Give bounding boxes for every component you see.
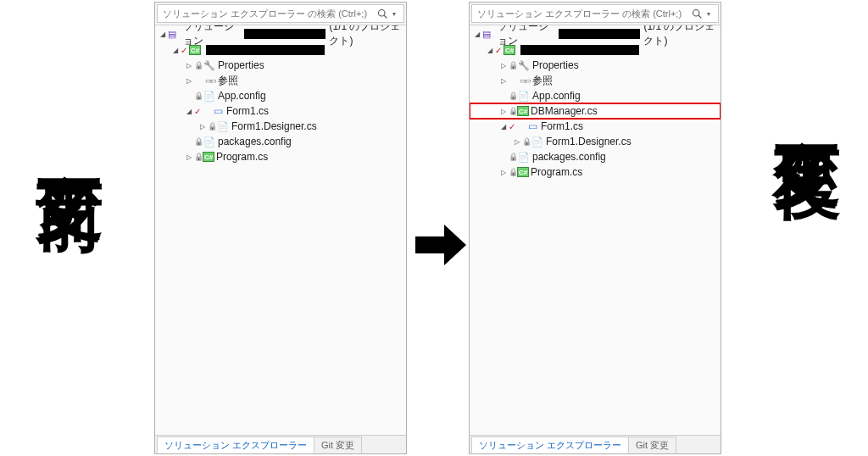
lock-icon bbox=[194, 61, 203, 70]
expander-icon[interactable] bbox=[498, 107, 509, 115]
search-icon[interactable] bbox=[691, 8, 703, 19]
tree-item[interactable]: packages.config bbox=[470, 149, 721, 164]
tree-item-label: Form1.Designer.cs bbox=[231, 120, 317, 132]
form-icon bbox=[526, 120, 539, 133]
expander-icon[interactable] bbox=[170, 46, 181, 54]
lock-icon bbox=[509, 61, 517, 70]
lock-icon bbox=[194, 92, 203, 100]
tree-item-label: Form1.cs bbox=[226, 105, 269, 117]
svg-point-1 bbox=[379, 10, 386, 17]
expander-icon[interactable] bbox=[498, 76, 509, 85]
expander-icon[interactable] bbox=[184, 61, 194, 70]
arrow-icon bbox=[415, 225, 466, 265]
tree-item-label: Properties bbox=[532, 59, 579, 71]
tree-item-label: Form1.cs bbox=[541, 120, 583, 132]
panel-tabs: ソリューション エクスプローラー Git 変更 bbox=[470, 435, 721, 453]
project-count: (1/1 のプロジェクト) bbox=[329, 25, 406, 48]
redacted-project-name bbox=[206, 45, 325, 55]
refs-icon bbox=[517, 74, 531, 87]
expander-icon[interactable] bbox=[184, 76, 194, 85]
svg-point-3 bbox=[693, 10, 700, 17]
solution-explorer-panel-after: ▾ ソリューション (1/1 のプロジェクト) Properties参照App.… bbox=[469, 2, 721, 454]
props-icon bbox=[517, 58, 531, 72]
tree-item[interactable]: Form1.cs bbox=[155, 103, 406, 119]
expander-icon[interactable] bbox=[184, 153, 194, 161]
tree-item[interactable]: Properties bbox=[155, 58, 406, 73]
search-input[interactable] bbox=[476, 8, 691, 19]
tree-item-label: Program.cs bbox=[216, 151, 268, 163]
tree-item[interactable]: Program.cs bbox=[155, 149, 406, 164]
tab-git-changes[interactable]: Git 変更 bbox=[628, 437, 676, 453]
tree-item[interactable]: Form1.Designer.cs bbox=[155, 119, 406, 134]
check-icon bbox=[495, 46, 504, 55]
tab-solution-explorer[interactable]: ソリューション エクスプローラー bbox=[471, 437, 629, 453]
lock-icon bbox=[522, 137, 531, 146]
tree-item-label: packages.config bbox=[218, 136, 292, 147]
config-icon bbox=[517, 150, 531, 164]
props-icon bbox=[203, 58, 216, 72]
search-input[interactable] bbox=[161, 8, 376, 19]
cs-icon bbox=[517, 106, 529, 116]
tab-git-changes[interactable]: Git 変更 bbox=[314, 437, 362, 453]
tree-item-label: App.config bbox=[218, 90, 266, 102]
refs-icon bbox=[203, 74, 216, 87]
expander-icon[interactable] bbox=[498, 61, 509, 70]
config-icon bbox=[517, 89, 531, 103]
solution-icon bbox=[481, 27, 492, 41]
expander-icon[interactable] bbox=[498, 122, 509, 131]
expander-icon[interactable] bbox=[198, 122, 208, 131]
tree-item-label: Form1.Designer.cs bbox=[546, 136, 632, 147]
panel-tabs: ソリューション エクスプローラー Git 変更 bbox=[155, 435, 406, 453]
cs-icon bbox=[203, 152, 214, 162]
doc-icon bbox=[531, 135, 544, 148]
project-count: (1/1 のプロジェクト) bbox=[643, 25, 721, 48]
tree-item[interactable]: App.config bbox=[470, 88, 721, 103]
tree-area: ソリューション (1/1 のプロジェクト) Properties参照App.co… bbox=[155, 25, 406, 435]
expander-icon[interactable] bbox=[473, 30, 481, 38]
search-row: ▾ bbox=[471, 4, 719, 23]
search-row: ▾ bbox=[157, 4, 404, 23]
check-icon bbox=[194, 107, 203, 116]
redacted-solution-name bbox=[559, 29, 641, 39]
chevron-down-icon[interactable]: ▾ bbox=[703, 8, 715, 19]
svg-marker-0 bbox=[415, 225, 466, 265]
tree-item[interactable]: Form1.cs bbox=[470, 119, 721, 134]
tree-item-label: Properties bbox=[218, 59, 264, 71]
solution-explorer-panel-before: ▾ ソリューション (1/1 のプロジェクト) Properties参照App.… bbox=[154, 2, 407, 454]
expander-icon[interactable] bbox=[159, 30, 167, 38]
tree-item[interactable]: App.config bbox=[155, 88, 406, 103]
tree-item[interactable]: 参照 bbox=[155, 73, 406, 88]
expander-icon[interactable] bbox=[184, 107, 194, 115]
lock-icon bbox=[194, 137, 203, 146]
tree-item-label: 参照 bbox=[218, 74, 238, 88]
config-icon bbox=[203, 135, 216, 148]
svg-line-4 bbox=[698, 15, 701, 18]
chevron-down-icon[interactable]: ▾ bbox=[388, 8, 400, 19]
tree-item[interactable]: Form1.Designer.cs bbox=[470, 134, 721, 149]
solution-icon bbox=[167, 27, 178, 41]
expander-icon[interactable] bbox=[512, 137, 522, 146]
csharp-project-icon bbox=[504, 45, 515, 55]
tree-item[interactable]: Program.cs bbox=[470, 164, 721, 180]
check-icon bbox=[509, 122, 517, 131]
cs-icon bbox=[517, 167, 529, 177]
solution-node[interactable]: ソリューション (1/1 のプロジェクト) bbox=[155, 25, 406, 42]
tree-item[interactable]: 参照 bbox=[470, 73, 721, 88]
tree-item-label: packages.config bbox=[532, 151, 606, 163]
heading-after: 変更後 bbox=[771, 85, 843, 105]
tree-area: ソリューション (1/1 のプロジェクト) Properties参照App.co… bbox=[470, 25, 721, 435]
lock-icon bbox=[509, 168, 517, 176]
solution-node[interactable]: ソリューション (1/1 のプロジェクト) bbox=[470, 25, 721, 42]
tree-item[interactable]: DBManager.cs bbox=[470, 103, 721, 119]
expander-icon[interactable] bbox=[498, 168, 509, 176]
lock-icon bbox=[509, 107, 517, 115]
tab-solution-explorer[interactable]: ソリューション エクスプローラー bbox=[157, 437, 314, 453]
expander-icon[interactable] bbox=[485, 46, 495, 54]
search-icon[interactable] bbox=[376, 8, 388, 19]
lock-icon bbox=[509, 92, 517, 100]
tree-item[interactable]: packages.config bbox=[155, 134, 406, 149]
redacted-project-name bbox=[520, 45, 639, 55]
tree-item-label: App.config bbox=[532, 90, 581, 102]
tree-item[interactable]: Properties bbox=[470, 58, 721, 73]
lock-icon bbox=[208, 122, 216, 131]
